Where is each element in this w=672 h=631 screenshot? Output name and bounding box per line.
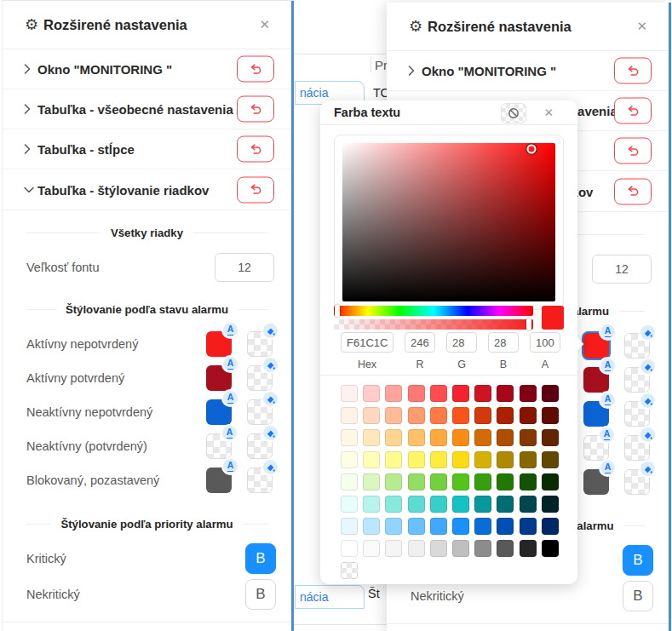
palette-swatch[interactable] (341, 518, 358, 535)
font-size-input[interactable] (215, 253, 274, 282)
fill-color-swatch[interactable] (624, 333, 650, 359)
palette-swatch[interactable] (363, 385, 380, 402)
fill-color-swatch[interactable] (624, 469, 650, 495)
palette-swatch[interactable] (474, 496, 491, 513)
fill-color-swatch[interactable] (624, 401, 650, 427)
fill-color-swatch[interactable] (247, 331, 273, 357)
hex-input[interactable] (341, 332, 393, 353)
close-icon[interactable]: ✕ (636, 19, 647, 34)
palette-swatch[interactable] (341, 496, 358, 513)
text-color-swatch[interactable]: A (583, 333, 609, 359)
palette-swatch[interactable] (408, 407, 425, 424)
fill-color-swatch[interactable] (624, 435, 650, 461)
reset-section-button[interactable] (614, 178, 652, 204)
text-color-swatch[interactable]: A (583, 401, 609, 427)
palette-swatch[interactable] (385, 496, 402, 513)
alpha-slider[interactable] (334, 319, 533, 330)
palette-swatch[interactable] (452, 385, 469, 402)
reset-section-button[interactable] (614, 58, 652, 84)
saturation-marker[interactable] (527, 144, 537, 153)
palette-swatch[interactable] (430, 407, 447, 424)
alpha-input[interactable] (530, 332, 560, 353)
palette-swatch[interactable] (474, 473, 491, 490)
hue-slider[interactable] (334, 306, 533, 316)
text-color-swatch[interactable]: A (206, 365, 232, 391)
fill-color-swatch[interactable] (247, 399, 273, 425)
palette-swatch[interactable] (408, 518, 425, 535)
text-color-swatch[interactable]: A (206, 468, 232, 493)
transparent-palette-swatch[interactable] (341, 562, 358, 579)
palette-swatch[interactable] (385, 407, 402, 424)
palette-swatch[interactable] (520, 518, 537, 535)
palette-swatch[interactable] (341, 451, 358, 468)
palette-swatch[interactable] (408, 473, 425, 490)
section-window[interactable]: Okno "MONITORING " (387, 51, 669, 91)
alpha-handle[interactable] (526, 318, 531, 330)
palette-swatch[interactable] (452, 429, 469, 446)
bold-toggle-button[interactable]: B (245, 543, 276, 574)
font-size-input[interactable] (592, 255, 652, 284)
section-table-general[interactable]: Tabuľka - všeobecné nastavenia (3, 89, 291, 129)
palette-swatch[interactable] (363, 540, 380, 557)
palette-swatch[interactable] (408, 496, 425, 513)
close-icon[interactable]: ✕ (259, 17, 270, 32)
blue-input[interactable] (488, 332, 519, 353)
text-color-swatch[interactable]: A (206, 331, 232, 357)
palette-swatch[interactable] (430, 429, 447, 446)
palette-swatch[interactable] (363, 451, 380, 468)
palette-swatch[interactable] (363, 518, 380, 535)
text-color-swatch[interactable]: A (583, 435, 609, 461)
palette-swatch[interactable] (474, 518, 491, 535)
palette-swatch[interactable] (542, 407, 559, 424)
palette-swatch[interactable] (385, 385, 402, 402)
fill-color-swatch[interactable] (247, 365, 273, 391)
text-color-swatch[interactable]: A (583, 469, 609, 495)
palette-swatch[interactable] (430, 473, 447, 490)
reset-section-button[interactable] (614, 138, 652, 164)
palette-swatch[interactable] (430, 518, 447, 535)
palette-swatch[interactable] (385, 429, 402, 446)
palette-swatch[interactable] (341, 540, 358, 557)
background-tab-bottom-next[interactable]: Št (368, 587, 380, 600)
bold-toggle-button[interactable]: B (245, 579, 276, 610)
picker-close-icon[interactable]: ✕ (544, 106, 554, 119)
fill-color-swatch[interactable] (247, 433, 273, 459)
palette-swatch[interactable] (408, 429, 425, 446)
palette-swatch[interactable] (497, 473, 514, 490)
palette-swatch[interactable] (430, 540, 447, 557)
palette-swatch[interactable] (497, 496, 514, 513)
palette-swatch[interactable] (497, 429, 514, 446)
palette-swatch[interactable] (341, 473, 358, 490)
palette-swatch[interactable] (497, 451, 514, 468)
palette-swatch[interactable] (341, 429, 358, 446)
palette-swatch[interactable] (474, 385, 491, 402)
palette-swatch[interactable] (520, 451, 537, 468)
bold-toggle-button[interactable]: B (623, 545, 653, 576)
palette-swatch[interactable] (497, 540, 514, 557)
reset-section-button[interactable] (237, 136, 274, 163)
palette-swatch[interactable] (542, 496, 559, 513)
palette-swatch[interactable] (452, 473, 469, 490)
text-color-swatch[interactable]: A (206, 433, 232, 459)
palette-swatch[interactable] (542, 518, 559, 535)
palette-swatch[interactable] (542, 540, 559, 557)
palette-swatch[interactable] (520, 496, 537, 513)
palette-swatch[interactable] (385, 473, 402, 490)
palette-swatch[interactable] (474, 451, 491, 468)
fill-color-swatch[interactable] (624, 367, 650, 393)
palette-swatch[interactable] (385, 540, 402, 557)
text-color-swatch[interactable]: A (583, 367, 609, 393)
hue-handle[interactable] (335, 305, 340, 317)
palette-swatch[interactable] (430, 385, 447, 402)
palette-swatch[interactable] (452, 496, 469, 513)
palette-swatch[interactable] (363, 429, 380, 446)
palette-swatch[interactable] (385, 451, 402, 468)
palette-swatch[interactable] (474, 429, 491, 446)
palette-swatch[interactable] (497, 518, 514, 535)
section-window[interactable]: Okno "MONITORING " (3, 49, 291, 89)
palette-swatch[interactable] (474, 407, 491, 424)
text-color-swatch[interactable]: A (206, 399, 232, 425)
palette-swatch[interactable] (497, 385, 514, 402)
fill-color-swatch[interactable] (247, 468, 273, 493)
palette-swatch[interactable] (497, 407, 514, 424)
